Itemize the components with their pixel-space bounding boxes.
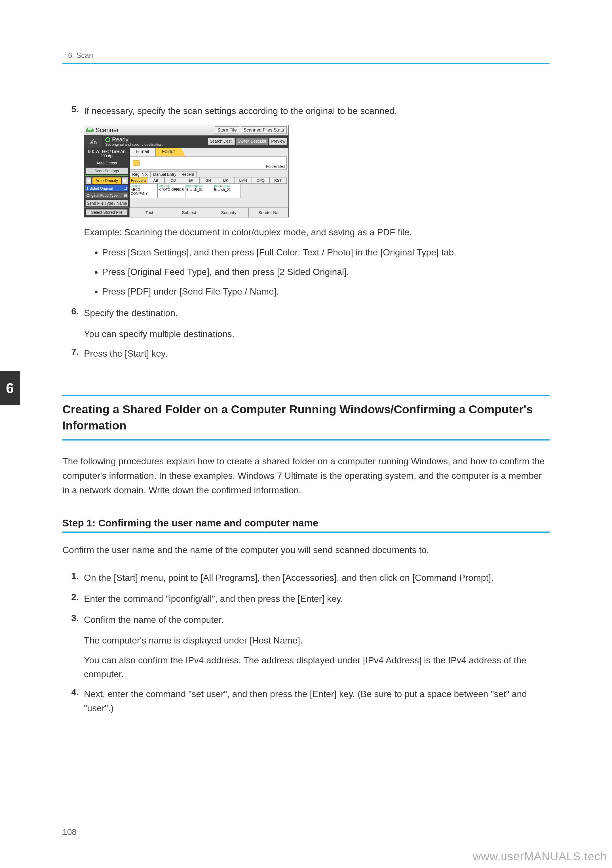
stepb3-sub2: You can also confirm the IPv4 address. T…	[84, 653, 550, 682]
step6-sub: You can specify multiple destinations.	[84, 327, 550, 341]
scanner-title: Scanner	[96, 126, 119, 134]
stepb-1: 1. On the [Start] menu, point to [All Pr…	[62, 571, 550, 585]
subsection-intro: Confirm the user name and the name of th…	[62, 543, 550, 557]
home-icon[interactable]	[84, 135, 103, 148]
step-number: 5.	[62, 104, 84, 118]
watermark: www.userMANUALS.tech	[473, 850, 607, 863]
scanner-screenshot: Scanner Store File Scanned Files Statu R…	[84, 125, 289, 217]
stepb3-sub1: The computer's name is displayed under […	[84, 634, 550, 648]
scanner-right-panel: E-mail Folder Folder Des Reg. No. Manual…	[130, 148, 289, 208]
scanner-icon	[84, 125, 96, 135]
h3-rule	[62, 532, 550, 533]
alpha-lmn[interactable]: LMN	[234, 177, 252, 184]
scanner-left-panel: B & W: Text / Line Art 200 dpi Auto Dete…	[84, 148, 130, 208]
step-text: Press the [Start] key.	[84, 347, 550, 361]
destination-cards: [00001]ABCD COMPANY [00002]KYOTO OFFICE …	[130, 184, 287, 198]
scan-settings-button[interactable]: Scan Settings	[85, 167, 128, 174]
reg-no-tab[interactable]: Reg. No.	[130, 171, 150, 177]
sided-original-button[interactable]: 1 Sided Original ❐	[85, 185, 128, 191]
send-file-type-button[interactable]: Send File Type / Name	[85, 200, 128, 207]
store-file-button[interactable]: Store File	[215, 126, 239, 134]
alpha-opq[interactable]: OPQ	[252, 177, 269, 184]
sender-name-button[interactable]: Sender Na	[249, 208, 289, 217]
folder-icon	[133, 160, 140, 166]
security-button[interactable]: Security	[209, 208, 249, 217]
scanner-statusbar: Ready Set original and specify destinati…	[84, 135, 289, 148]
dest-card[interactable]: [00003]###Branch_01	[185, 184, 213, 198]
step-text: Enter the command "ipconfig/all", and th…	[84, 592, 550, 606]
feed-icon: ▤	[124, 193, 127, 198]
alpha-frequent[interactable]: Frequent	[130, 177, 147, 184]
bullet-item: Press [PDF] under [Send File Type / Name…	[102, 284, 550, 299]
preview-button[interactable]: Preview	[269, 138, 287, 145]
subsection-heading: Step 1: Confirming the user name and com…	[62, 517, 550, 529]
chapter-tab: 6	[0, 371, 20, 405]
chapter-label: 6. Scan	[68, 51, 93, 60]
scanner-titlebar: Scanner Store File Scanned Files Statu	[84, 125, 289, 135]
svg-rect-1	[87, 128, 92, 130]
email-tab[interactable]: E-mail	[130, 148, 155, 157]
section-intro: The following procedures explain how to …	[62, 454, 550, 498]
stepb-4: 4. Next, enter the command "set user", a…	[62, 687, 550, 715]
stepb-3: 3. Confirm the name of the computer.	[62, 613, 550, 627]
divider	[85, 175, 128, 176]
h2-rule-bottom	[62, 439, 550, 440]
ready-sub: Set original and specify destination.	[105, 142, 163, 147]
step-text: Next, enter the command "set user", and …	[84, 687, 550, 715]
stepb-2: 2. Enter the command "ipconfig/all", and…	[62, 592, 550, 606]
auto-detect-label: Auto Detect	[84, 160, 129, 167]
step-5: 5. If necessary, specify the scan settin…	[62, 104, 550, 118]
scanned-files-status-button[interactable]: Scanned Files Statu	[241, 126, 287, 134]
step-number: 4.	[62, 687, 84, 715]
step-text: If necessary, specify the scan settings …	[84, 104, 550, 118]
folder-des-label: Folder Des	[266, 164, 285, 169]
dest-card[interactable]: [00001]ABCD COMPANY	[130, 184, 157, 198]
density-right-arrow[interactable]: ▶	[122, 177, 128, 184]
step-7: 7. Press the [Start] key.	[62, 347, 550, 361]
mode-label: B & W: Text / Line Art 200 dpi	[84, 148, 129, 160]
step-number: 6.	[62, 306, 84, 320]
select-stored-file-button[interactable]: Select Stored File	[86, 209, 127, 215]
ready-indicator-icon	[105, 137, 110, 142]
step-6: 6. Specify the destination.	[62, 306, 550, 320]
step-number: 7.	[62, 347, 84, 361]
alpha-filter-row: Frequent AB CD EF GH IJK LMN OPQ RST	[130, 177, 287, 184]
page-icon: ❐	[124, 186, 127, 191]
alpha-ef[interactable]: EF	[182, 177, 200, 184]
bullet-item: Press [Original Feed Type], and then pre…	[102, 265, 550, 279]
scanner-bottom-bar: Select Stored File Text Subject Security…	[84, 208, 289, 217]
text-button[interactable]: Text	[130, 208, 169, 217]
bullet-item: Press [Scan Settings], and then press [F…	[102, 245, 550, 260]
search-dest-button[interactable]: Search Dest.	[208, 138, 235, 145]
example-text: Example: Scanning the document in color/…	[84, 225, 550, 240]
header-rule	[62, 63, 550, 64]
destination-area[interactable]: Folder Des	[130, 157, 287, 169]
alpha-rst[interactable]: RST	[269, 177, 287, 184]
density-left-arrow[interactable]: ◀	[85, 177, 92, 184]
recent-tab[interactable]: Recent	[179, 171, 197, 177]
step-number: 2.	[62, 592, 84, 606]
subject-button[interactable]: Subject	[169, 208, 209, 217]
auto-density-button[interactable]: Auto Density	[92, 177, 121, 184]
page-number: 108	[62, 827, 76, 837]
step-number: 1.	[62, 571, 84, 585]
step5-bullets: Press [Scan Settings], and then press [F…	[102, 245, 550, 299]
ready-label: Ready	[112, 136, 129, 143]
step-text: Specify the destination.	[84, 306, 550, 320]
alpha-gh[interactable]: GH	[199, 177, 217, 184]
step-text: On the [Start] menu, point to [All Progr…	[84, 571, 550, 585]
original-feed-type-button[interactable]: Original Feed Type ▤	[85, 192, 128, 198]
step-text: Confirm the name of the computer.	[84, 613, 550, 627]
alpha-cd[interactable]: CD	[165, 177, 182, 184]
folder-tab[interactable]: Folder	[155, 148, 185, 157]
step-number: 3.	[62, 613, 84, 627]
page-header: 6. Scan	[62, 51, 550, 60]
section-heading: Creating a Shared Folder on a Computer R…	[62, 396, 550, 439]
select-stored-file-cell: Select Stored File	[84, 208, 130, 217]
switch-dest-list-button[interactable]: Switch Dest.List	[236, 138, 268, 145]
dest-card[interactable]: [00005]###Branch_02	[213, 184, 241, 198]
dest-card[interactable]: [00002]KYOTO OFFICE	[157, 184, 185, 198]
alpha-ijk[interactable]: IJK	[217, 177, 235, 184]
manual-entry-tab[interactable]: Manual Entry	[150, 171, 179, 177]
alpha-ab[interactable]: AB	[147, 177, 165, 184]
